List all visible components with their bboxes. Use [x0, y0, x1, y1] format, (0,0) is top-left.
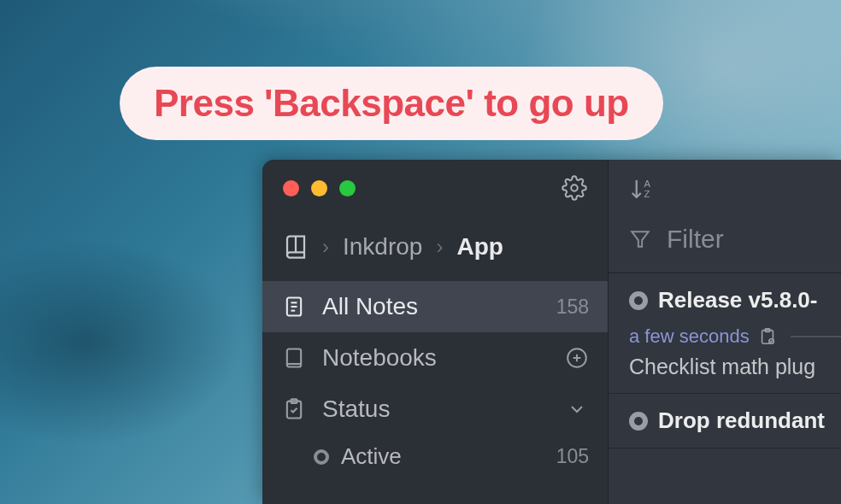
svg-text:Z: Z	[644, 189, 650, 199]
note-title-row: Release v5.8.0-	[629, 287, 841, 314]
sidebar-item-count: 158	[556, 296, 589, 319]
note-title-row: Drop redundant	[629, 407, 841, 434]
filter-icon	[629, 228, 651, 250]
traffic-lights	[283, 180, 356, 196]
sidebar-subitem-active[interactable]: Active 105	[262, 435, 608, 470]
sidebar-item-status[interactable]: Status	[262, 384, 608, 435]
svg-text:A: A	[644, 179, 651, 189]
note-timestamp: a few seconds	[629, 325, 750, 348]
note-title: Release v5.8.0-	[658, 287, 817, 314]
note-preview: Checklist math plug	[629, 355, 841, 379]
hint-text: Press 'Backspace' to go up	[154, 82, 629, 125]
status-icon	[281, 396, 307, 422]
note-icon	[281, 294, 307, 319]
note-title: Drop redundant	[658, 407, 825, 434]
sort-button[interactable]: A Z	[609, 160, 841, 209]
svg-point-0	[571, 185, 578, 191]
note-list-item[interactable]: Drop redundant	[609, 394, 841, 448]
sidebar-subitem-label: Active	[341, 443, 544, 470]
app-window: › Inkdrop › App All Notes 158	[262, 160, 841, 504]
add-notebook-button[interactable]	[565, 346, 589, 370]
filter-input[interactable]: Filter	[609, 209, 841, 273]
sidebar: › Inkdrop › App All Notes 158	[262, 160, 608, 504]
main-panel: A Z Filter Release v5.8.0- a few seconds	[608, 160, 841, 504]
note-meta: a few seconds	[629, 325, 841, 348]
sidebar-subitem-count: 105	[556, 445, 589, 468]
sidebar-item-all-notes[interactable]: All Notes 158	[262, 281, 608, 332]
note-list-item[interactable]: Release v5.8.0- a few seconds Checklist …	[609, 273, 841, 394]
notebook-icon	[281, 345, 307, 371]
sidebar-item-notebooks[interactable]: Notebooks	[262, 332, 608, 384]
hint-banner: Press 'Backspace' to go up	[120, 67, 663, 140]
nav-section: All Notes 158 Notebooks	[262, 281, 608, 470]
chevron-down-icon[interactable]	[565, 397, 589, 421]
breadcrumb-current[interactable]: App	[456, 233, 503, 261]
sort-az-icon: A Z	[629, 175, 655, 202]
close-button[interactable]	[283, 180, 299, 196]
chevron-right-icon: ›	[322, 235, 329, 259]
sidebar-item-label: Status	[322, 396, 550, 423]
filter-placeholder: Filter	[667, 225, 724, 254]
sidebar-item-label: Notebooks	[322, 344, 550, 372]
fullscreen-button[interactable]	[339, 180, 356, 196]
sidebar-item-label: All Notes	[322, 293, 541, 320]
breadcrumb: › Inkdrop › App	[262, 209, 608, 281]
svg-marker-16	[632, 231, 649, 246]
chevron-right-icon: ›	[436, 235, 443, 259]
status-dot-icon	[629, 291, 648, 310]
breadcrumb-root[interactable]: Inkdrop	[343, 233, 422, 261]
gear-icon	[562, 175, 587, 201]
minimize-button[interactable]	[311, 180, 327, 196]
book-icon[interactable]	[283, 234, 309, 260]
task-icon	[758, 327, 777, 346]
status-dot-icon	[314, 449, 329, 465]
status-dot-icon	[629, 412, 648, 431]
divider-line	[791, 336, 841, 337]
titlebar	[262, 160, 608, 209]
settings-button[interactable]	[562, 175, 587, 201]
